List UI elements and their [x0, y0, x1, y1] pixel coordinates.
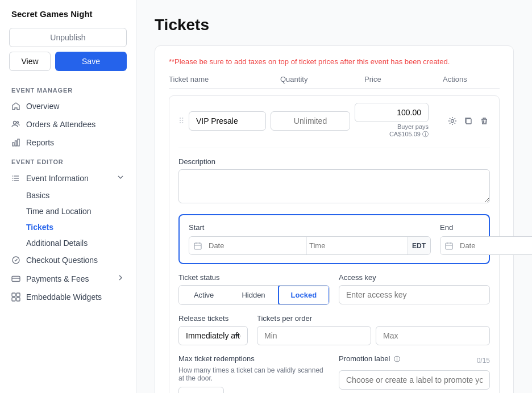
status-locked-button[interactable]: Locked	[278, 285, 330, 305]
sidebar-item-event-information[interactable]: Event Information	[0, 169, 136, 187]
min-max-row	[257, 326, 490, 345]
sidebar-item-overview[interactable]: Overview	[0, 97, 136, 115]
svg-rect-17	[16, 298, 20, 301]
end-date-input[interactable]	[458, 237, 532, 254]
list-icon	[11, 174, 20, 183]
view-save-row: View Save	[9, 52, 127, 71]
settings-button[interactable]	[447, 115, 458, 127]
svg-rect-4	[18, 139, 19, 146]
end-date-group: End EDT	[440, 223, 532, 255]
redemptions-input[interactable]	[178, 387, 224, 393]
delete-button[interactable]	[479, 115, 490, 127]
bar-chart-icon	[11, 138, 20, 147]
checkout-label: Checkout Questions	[26, 256, 98, 265]
drag-handle-icon[interactable]: ⠿	[178, 116, 184, 126]
duplicate-button[interactable]	[463, 115, 474, 127]
info-icon: ⓘ	[422, 131, 429, 137]
svg-rect-20	[194, 243, 201, 249]
svg-point-9	[12, 178, 13, 179]
col-actions: Actions	[443, 75, 500, 83]
svg-point-1	[17, 122, 19, 123]
event-information-label: Event Information	[26, 174, 89, 183]
start-date-group: Start EDT	[189, 223, 431, 255]
date-time-row: Start EDT End	[189, 223, 480, 255]
description-textarea[interactable]	[178, 169, 490, 203]
ticket-price-input[interactable]	[355, 103, 429, 122]
ticket-status-label: Ticket status	[178, 273, 330, 282]
overview-label: Overview	[26, 102, 59, 111]
access-key-label: Access key	[339, 273, 490, 282]
start-time-input[interactable]	[306, 237, 407, 254]
min-input[interactable]	[257, 326, 371, 345]
ticket-expanded-form: Description Start	[178, 148, 490, 393]
app-name: Secret Games Night	[0, 9, 136, 28]
calendar-icon-start	[189, 237, 206, 254]
date-time-section: Start EDT End	[178, 214, 490, 264]
tickets-per-order-label: Tickets per order	[257, 314, 490, 323]
description-group: Description	[178, 157, 490, 205]
start-date-input[interactable]	[206, 237, 306, 254]
svg-rect-12	[12, 276, 20, 281]
sidebar-sub-tickets[interactable]: Tickets	[0, 219, 136, 235]
promotion-label-group: Promotion label ⓘ 0/15	[339, 354, 490, 393]
sidebar-buttons: Unpublish View Save	[0, 28, 136, 80]
max-input[interactable]	[376, 326, 490, 345]
ticket-status-group: Ticket status Active Hidden Locked	[178, 273, 330, 305]
promotion-input[interactable]	[339, 370, 490, 390]
svg-rect-15	[16, 293, 20, 296]
svg-rect-16	[12, 298, 15, 301]
calendar-icon-end	[440, 237, 458, 254]
start-timezone: EDT	[407, 237, 430, 254]
table-row: ⠿ Buyer pays CA$105.09 ⓘ	[178, 103, 490, 139]
reports-label: Reports	[26, 138, 54, 147]
tickets-per-order-group: Tickets per order	[257, 314, 490, 345]
ticket-row-wrapper: ⠿ Buyer pays CA$105.09 ⓘ	[169, 95, 500, 393]
ticket-actions	[433, 115, 490, 127]
ticket-name-input[interactable]	[189, 111, 266, 131]
sidebar-item-reports[interactable]: Reports	[0, 133, 136, 152]
ticket-quantity-input[interactable]	[271, 111, 350, 131]
chevron-down-icon	[117, 173, 124, 183]
main-content: Tickets **Please be sure to add taxes on…	[136, 0, 532, 393]
status-active-button[interactable]: Active	[179, 286, 228, 304]
release-tickets-label: Release tickets	[178, 314, 248, 323]
status-buttons: Active Hidden Locked	[178, 285, 330, 305]
sidebar-item-orders[interactable]: Orders & Attendees	[0, 115, 136, 133]
users-icon	[11, 120, 20, 129]
end-input-group: EDT	[440, 236, 532, 255]
widgets-label: Embeddable Widgets	[26, 292, 102, 302]
view-button[interactable]: View	[9, 52, 51, 71]
max-redemptions-desc: How many times a ticket can be validly s…	[178, 366, 330, 382]
release-tickets-select[interactable]: Immediately after purchase	[178, 326, 248, 345]
access-key-input[interactable]	[339, 285, 490, 304]
start-input-group: EDT	[189, 236, 431, 255]
promotion-info-icon: ⓘ	[394, 356, 400, 362]
ticket-price-cell: Buyer pays CA$105.09 ⓘ	[355, 103, 429, 139]
sidebar-item-widgets[interactable]: Embeddable Widgets	[0, 288, 136, 306]
svg-point-18	[451, 119, 454, 122]
sidebar-sub-time-location[interactable]: Time and Location	[0, 203, 136, 219]
notice-text: **Please be sure to add taxes on top of …	[169, 57, 500, 66]
save-button[interactable]: Save	[55, 52, 127, 71]
status-hidden-button[interactable]: Hidden	[228, 286, 278, 304]
home-icon	[11, 102, 20, 111]
release-tickets-group: Release tickets Immediately after purcha…	[178, 314, 248, 345]
col-ticket-name: Ticket name	[169, 75, 276, 83]
sidebar-item-checkout[interactable]: Checkout Questions	[0, 251, 136, 269]
svg-rect-14	[12, 293, 15, 296]
sidebar: Secret Games Night Unpublish View Save E…	[0, 0, 136, 393]
widgets-icon	[11, 292, 20, 302]
start-label: Start	[189, 223, 431, 232]
sidebar-item-payments[interactable]: Payments & Fees	[0, 269, 136, 288]
max-redemptions-group: Max ticket redemptions How many times a …	[178, 354, 330, 393]
max-redemptions-label: Max ticket redemptions	[178, 354, 330, 363]
unpublish-button[interactable]: Unpublish	[9, 28, 127, 47]
table-header: Ticket name Quantity Price Actions	[169, 75, 500, 89]
payments-icon	[11, 274, 20, 283]
svg-rect-24	[446, 243, 452, 249]
sidebar-sub-additional-details[interactable]: Additional Details	[0, 235, 136, 251]
col-quantity: Quantity	[280, 75, 360, 83]
sidebar-sub-basics[interactable]: Basics	[0, 187, 136, 203]
orders-label: Orders & Attendees	[26, 120, 95, 129]
promotion-label-text: Promotion label ⓘ	[339, 354, 400, 363]
